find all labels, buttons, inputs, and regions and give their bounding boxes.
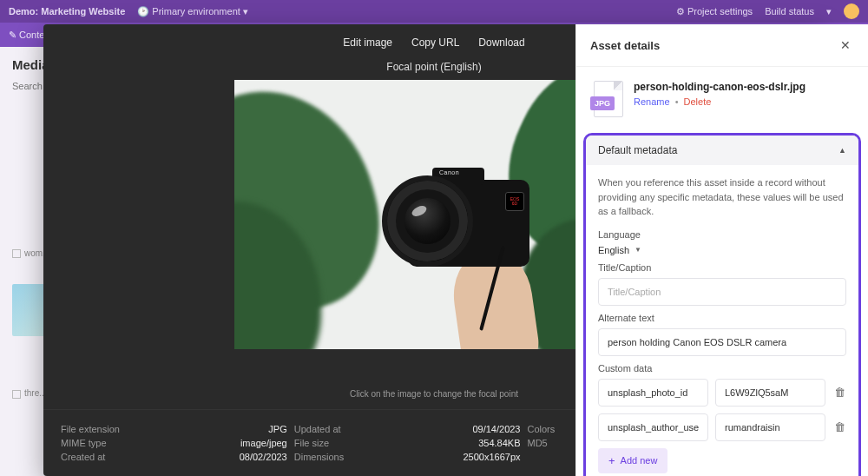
- project-name[interactable]: Demo: Marketing Website: [9, 6, 125, 17]
- custom-data-key-input[interactable]: [598, 413, 708, 441]
- camera-brand-text: Canon: [439, 169, 459, 175]
- custom-data-label: Custom data: [598, 363, 846, 374]
- environment-picker[interactable]: 🕑 Primary environment ▾: [137, 6, 248, 17]
- add-new-button[interactable]: + Add new: [598, 448, 667, 473]
- default-metadata-section: Default metadata ▲ When you reference th…: [583, 133, 861, 476]
- app-topbar: Demo: Marketing Website 🕑 Primary enviro…: [0, 0, 868, 23]
- download-button[interactable]: Download: [478, 36, 524, 49]
- custom-data-value-input[interactable]: [715, 413, 825, 441]
- alternate-text-input[interactable]: [598, 328, 846, 356]
- title-caption-label: Title/Caption: [598, 262, 846, 273]
- build-status-caret-icon: ▾: [826, 6, 832, 17]
- close-icon[interactable]: ✕: [837, 35, 854, 56]
- title-caption-input[interactable]: [598, 278, 846, 306]
- alternate-text-label: Alternate text: [598, 313, 846, 323]
- language-label: Language: [598, 229, 846, 240]
- custom-data-row: 🗑: [598, 413, 846, 441]
- default-metadata-helper: When you reference this asset inside a r…: [598, 175, 846, 219]
- asset-filename: person-holding-canon-eos-dslr.jpg: [634, 81, 806, 93]
- copy-url-button[interactable]: Copy URL: [411, 36, 459, 49]
- build-status[interactable]: Build status: [765, 6, 814, 17]
- custom-data-row: 🗑: [598, 379, 846, 407]
- trash-icon[interactable]: 🗑: [832, 420, 846, 433]
- language-select[interactable]: English ▼: [598, 245, 846, 255]
- plus-icon: +: [608, 455, 615, 466]
- edit-image-button[interactable]: Edit image: [343, 36, 392, 49]
- chevron-down-icon: ▼: [635, 246, 641, 254]
- chevron-up-icon: ▲: [838, 146, 846, 155]
- file-type-badge: JPG: [590, 81, 623, 119]
- default-metadata-toggle[interactable]: Default metadata ▲: [586, 136, 858, 165]
- custom-data-value-input[interactable]: [715, 379, 825, 407]
- avatar[interactable]: [844, 3, 859, 19]
- asset-details-panel: Asset details ✕ JPG person-holding-canon…: [575, 24, 868, 476]
- project-settings-link[interactable]: ⚙ Project settings: [676, 6, 753, 17]
- delete-link[interactable]: Delete: [684, 96, 712, 107]
- rename-link[interactable]: Rename: [634, 96, 670, 107]
- panel-title: Asset details: [590, 39, 660, 52]
- image-preview[interactable]: Canon EOS6D: [234, 80, 634, 349]
- trash-icon[interactable]: 🗑: [832, 386, 846, 399]
- custom-data-key-input[interactable]: [598, 379, 708, 407]
